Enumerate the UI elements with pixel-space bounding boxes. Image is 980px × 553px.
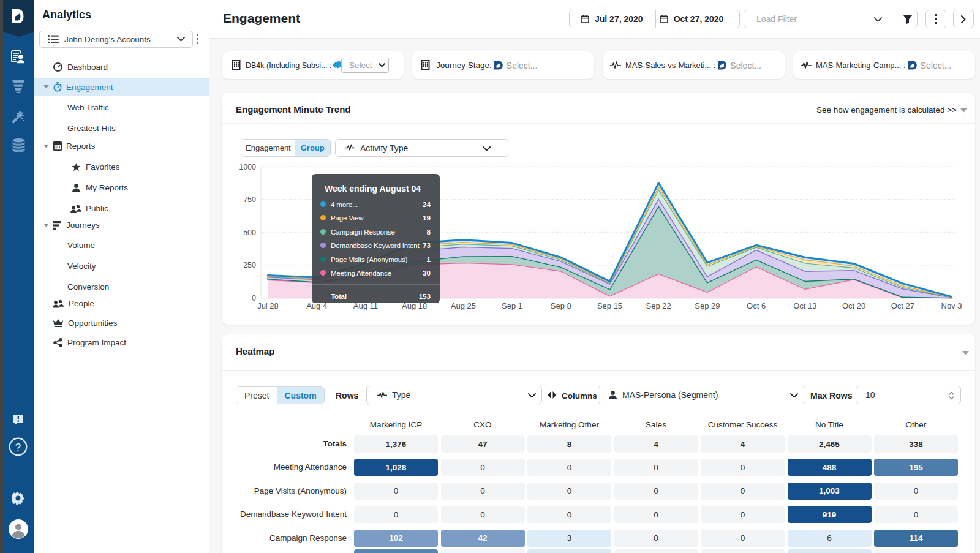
svg-text:Oct 13: Oct 13 [793, 301, 816, 310]
svg-text:Sep 22: Sep 22 [646, 301, 671, 310]
svg-text:Oct 6: Oct 6 [747, 301, 766, 310]
svg-text:250: 250 [243, 261, 256, 269]
svg-text:500: 500 [243, 228, 256, 237]
svg-text:1000: 1000 [239, 163, 256, 171]
svg-text:?: ? [15, 442, 21, 453]
svg-text:Oct 27: Oct 27 [891, 301, 914, 310]
svg-text:Sep 1: Sep 1 [502, 301, 522, 310]
svg-text:Jul 28: Jul 28 [257, 301, 279, 310]
svg-text:Nov 3: Nov 3 [941, 301, 962, 310]
svg-text:Aug 25: Aug 25 [451, 301, 476, 310]
svg-text:750: 750 [243, 195, 256, 204]
svg-text:Sep 8: Sep 8 [551, 301, 571, 310]
svg-text:0: 0 [252, 294, 256, 303]
svg-text:Oct 20: Oct 20 [842, 301, 865, 310]
svg-text:Sep 15: Sep 15 [597, 301, 622, 310]
svg-text:Sep 29: Sep 29 [695, 301, 720, 310]
